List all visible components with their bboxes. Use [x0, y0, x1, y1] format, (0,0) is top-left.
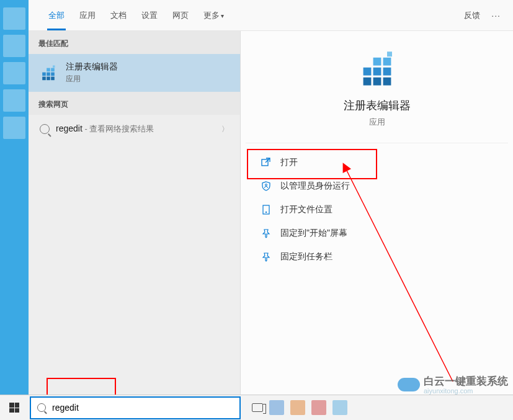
taskbar-app-icon[interactable] [332, 400, 347, 415]
action-pin-to-start[interactable]: 固定到"开始"屏幕 [243, 221, 511, 245]
svg-rect-1 [47, 72, 50, 76]
pin-taskbar-icon [261, 251, 272, 262]
tab-settings[interactable]: 设置 [134, 1, 165, 30]
result-regedit-app[interactable]: 注册表编辑器 应用 [29, 54, 240, 92]
svg-rect-21 [265, 212, 267, 213]
svg-rect-18 [262, 159, 268, 166]
action-run-as-admin[interactable]: 以管理员身份运行 [243, 174, 511, 198]
web-hint: - 查看网络搜索结果 [83, 124, 154, 133]
search-icon [37, 403, 46, 412]
web-search-header: 搜索网页 [29, 92, 240, 115]
preview-app-type: 应用 [258, 117, 496, 128]
action-label: 固定到"开始"屏幕 [280, 228, 347, 239]
desktop-shortcut[interactable] [3, 35, 25, 57]
search-input[interactable] [52, 403, 233, 413]
tab-more[interactable]: 更多▾ [196, 1, 231, 30]
task-view-icon[interactable] [252, 403, 263, 412]
action-open[interactable]: 打开 [243, 151, 511, 174]
desktop-shortcut[interactable] [3, 117, 25, 139]
svg-rect-15 [373, 58, 381, 66]
svg-rect-12 [363, 78, 371, 86]
desktop-shortcut[interactable] [3, 62, 25, 84]
svg-rect-2 [51, 72, 55, 76]
action-label: 固定到任务栏 [280, 251, 332, 262]
admin-icon [261, 181, 272, 192]
svg-point-19 [265, 184, 267, 186]
svg-rect-16 [383, 58, 391, 66]
pin-start-icon [261, 228, 272, 239]
svg-rect-17 [387, 51, 392, 56]
taskbar-app-icon[interactable] [290, 400, 305, 415]
tab-apps[interactable]: 应用 [72, 1, 103, 30]
desktop-shortcut[interactable] [3, 7, 25, 30]
search-filter-tabs: 全部 应用 文档 设置 网页 更多▾ 反馈 ··· [29, 0, 513, 31]
search-results-panel: 最佳匹配 注册表编辑器 应用 搜索网页 regedit - 查看网络搜索结果 〉 [29, 31, 241, 395]
svg-rect-9 [363, 68, 371, 76]
taskbar-app-icon[interactable] [311, 400, 326, 415]
search-icon [40, 124, 50, 134]
taskbar [0, 395, 513, 420]
svg-rect-14 [383, 78, 391, 86]
svg-rect-13 [373, 78, 381, 86]
action-open-file-location[interactable]: 打开文件位置 [243, 198, 511, 221]
action-label: 打开文件位置 [280, 204, 332, 215]
svg-rect-5 [51, 76, 55, 80]
tab-web[interactable]: 网页 [165, 1, 196, 30]
taskbar-app-icon[interactable] [269, 400, 284, 415]
svg-rect-8 [53, 65, 55, 68]
tab-all[interactable]: 全部 [41, 1, 72, 30]
chevron-down-icon: ▾ [221, 12, 224, 19]
desktop-background-strip [0, 0, 29, 395]
more-options-icon[interactable]: ··· [491, 11, 501, 20]
taskbar-search-box[interactable] [30, 396, 241, 419]
result-subtitle: 应用 [66, 74, 230, 84]
start-button[interactable] [0, 395, 29, 421]
action-list: 打开 以管理员身份运行 打开文件位置 固定到"开始"屏幕 固定到任务栏 [241, 143, 513, 276]
svg-rect-4 [47, 76, 50, 80]
chevron-right-icon: 〉 [221, 124, 229, 135]
action-pin-to-taskbar[interactable]: 固定到任务栏 [243, 245, 511, 269]
folder-icon [261, 204, 272, 215]
regedit-icon [38, 63, 58, 83]
svg-rect-11 [383, 68, 391, 76]
app-preview-panel: 注册表编辑器 应用 打开 以管理员身份运行 打开文件位置 固定到"开始"屏幕 [241, 31, 513, 395]
desktop-shortcut[interactable] [3, 89, 25, 112]
svg-rect-0 [42, 72, 46, 76]
action-label: 以管理员身份运行 [280, 181, 350, 192]
windows-logo-icon [9, 403, 19, 413]
svg-rect-3 [42, 76, 46, 80]
best-match-header: 最佳匹配 [29, 31, 240, 54]
watermark-logo-icon [398, 378, 420, 391]
result-title: 注册表编辑器 [66, 61, 230, 73]
watermark-text: 白云一键重装系统 [424, 374, 508, 388]
watermark: 白云一键重装系统 aiyunxitong.com [398, 374, 508, 395]
web-result-regedit[interactable]: regedit - 查看网络搜索结果 〉 [29, 115, 240, 143]
svg-rect-10 [373, 68, 381, 76]
tab-documents[interactable]: 文档 [103, 1, 134, 30]
web-query: regedit [56, 123, 83, 133]
open-icon [261, 157, 272, 168]
feedback-link[interactable]: 反馈 [464, 10, 480, 21]
svg-rect-6 [47, 68, 50, 71]
svg-rect-7 [51, 68, 55, 71]
preview-app-name: 注册表编辑器 [258, 98, 496, 113]
action-label: 打开 [280, 157, 298, 168]
regedit-large-icon [357, 50, 397, 89]
